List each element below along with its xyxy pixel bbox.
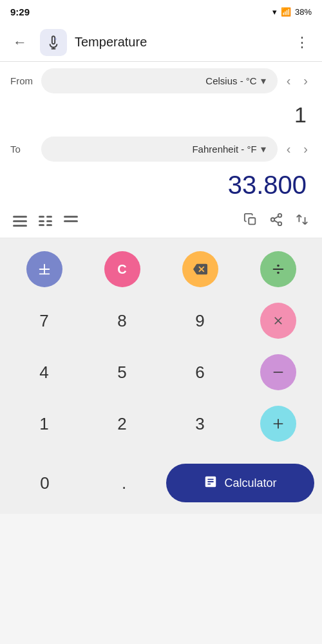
wifi-icon: ▾ bbox=[272, 7, 277, 17]
list-compact-button[interactable] bbox=[64, 216, 78, 227]
svg-point-6 bbox=[271, 218, 275, 222]
calculator-button[interactable]: Calculator bbox=[166, 464, 314, 502]
subtract-button[interactable] bbox=[242, 349, 314, 395]
to-value-display: 33.800 bbox=[0, 168, 322, 205]
page-title: Temperature bbox=[75, 35, 282, 50]
clear-icon: C bbox=[117, 262, 126, 277]
app-bar: ← Temperature ⋮ bbox=[0, 23, 322, 62]
from-value-display: 1 bbox=[0, 100, 322, 130]
back-button[interactable]: ← bbox=[8, 29, 32, 56]
from-row: From Celsius - °C ▾ ‹ › bbox=[0, 62, 322, 100]
svg-line-8 bbox=[274, 220, 278, 223]
key-6[interactable]: 6 bbox=[164, 349, 236, 395]
keypad-row-special: C bbox=[8, 246, 314, 292]
to-prev-button[interactable]: ‹ bbox=[283, 138, 295, 160]
swap-button[interactable] bbox=[295, 213, 309, 230]
divide-button[interactable] bbox=[242, 246, 314, 292]
svg-point-15 bbox=[277, 272, 279, 274]
key-8[interactable]: 8 bbox=[86, 298, 158, 344]
list-double-button[interactable] bbox=[39, 216, 52, 227]
to-dropdown-icon: ▾ bbox=[261, 143, 266, 155]
to-unit-text: Fahrenheit - °F bbox=[192, 144, 256, 155]
more-options-button[interactable]: ⋮ bbox=[290, 29, 314, 56]
from-next-button[interactable]: › bbox=[299, 70, 312, 92]
toolbar-left bbox=[13, 216, 78, 227]
svg-line-9 bbox=[274, 216, 278, 219]
svg-point-5 bbox=[278, 214, 282, 218]
signal-icon: 📶 bbox=[281, 7, 291, 17]
add-button[interactable] bbox=[242, 401, 314, 447]
svg-rect-16 bbox=[273, 372, 283, 373]
key-5[interactable]: 5 bbox=[86, 349, 158, 395]
to-row: To Fahrenheit - °F ▾ ‹ › bbox=[0, 130, 322, 168]
from-unit-selector[interactable]: Celsius - °C ▾ bbox=[41, 68, 278, 93]
to-unit-selector[interactable]: Fahrenheit - °F ▾ bbox=[41, 137, 278, 162]
calculator-icon bbox=[204, 475, 218, 492]
keypad-row-123: 1 2 3 bbox=[8, 401, 314, 447]
key-3[interactable]: 3 bbox=[164, 401, 236, 447]
status-time: 9:29 bbox=[10, 6, 30, 17]
toolbar bbox=[0, 205, 322, 238]
battery-icon: 38% bbox=[295, 7, 312, 17]
plus-minus-button[interactable] bbox=[8, 246, 80, 292]
share-button[interactable] bbox=[269, 213, 283, 230]
to-next-button[interactable]: › bbox=[299, 138, 312, 160]
status-icons: ▾ 📶 38% bbox=[272, 7, 312, 17]
keypad-row-456: 4 5 6 bbox=[8, 349, 314, 395]
multiply-button[interactable] bbox=[242, 298, 314, 344]
key-0[interactable]: 0 bbox=[8, 460, 82, 506]
svg-rect-18 bbox=[278, 419, 279, 429]
to-label: To bbox=[10, 144, 36, 155]
from-unit-text: Celsius - °C bbox=[205, 75, 256, 86]
from-label: From bbox=[10, 75, 36, 86]
key-dot[interactable]: . bbox=[87, 460, 161, 506]
svg-rect-11 bbox=[44, 264, 45, 275]
svg-rect-0 bbox=[52, 36, 55, 44]
svg-rect-14 bbox=[272, 269, 283, 270]
to-value: 33.800 bbox=[228, 171, 307, 199]
key-1[interactable]: 1 bbox=[8, 401, 80, 447]
toolbar-right bbox=[243, 213, 309, 230]
from-dropdown-icon: ▾ bbox=[261, 75, 266, 87]
bottom-row: 0 . Calculator bbox=[0, 455, 322, 514]
clear-button[interactable]: C bbox=[86, 246, 158, 292]
key-4[interactable]: 4 bbox=[8, 349, 80, 395]
list-single-button[interactable] bbox=[13, 216, 27, 227]
from-value: 1 bbox=[294, 102, 307, 127]
svg-point-7 bbox=[278, 222, 282, 226]
from-prev-button[interactable]: ‹ bbox=[283, 70, 295, 92]
svg-point-13 bbox=[277, 265, 279, 267]
svg-rect-4 bbox=[249, 218, 255, 224]
copy-button[interactable] bbox=[243, 213, 258, 230]
backspace-button[interactable] bbox=[164, 246, 236, 292]
key-2[interactable]: 2 bbox=[86, 401, 158, 447]
key-9[interactable]: 9 bbox=[164, 298, 236, 344]
key-7[interactable]: 7 bbox=[8, 298, 80, 344]
app-icon bbox=[40, 29, 67, 56]
keypad: C 7 8 9 bbox=[0, 238, 322, 455]
status-bar: 9:29 ▾ 📶 38% bbox=[0, 0, 322, 23]
svg-rect-12 bbox=[39, 273, 50, 274]
keypad-row-789: 7 8 9 bbox=[8, 298, 314, 344]
